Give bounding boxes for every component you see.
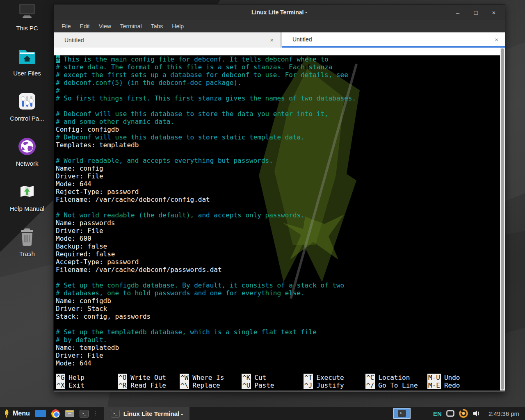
update-manager-icon[interactable] — [459, 409, 468, 418]
desktop-icon-label: This PC — [16, 25, 38, 32]
window-titlebar[interactable]: Linux Lite Terminal - – □ × — [54, 5, 505, 20]
shortcut-item: ^XExit — [56, 381, 118, 389]
menu-help[interactable]: Help — [168, 21, 187, 31]
clock[interactable]: 2:49:36 pm — [485, 410, 523, 417]
tab-close-icon[interactable]: × — [495, 36, 498, 43]
shortcut-item: M-ERedo — [427, 381, 489, 389]
desktop-icon-label: Help Manual — [10, 205, 44, 212]
shortcut-column: ^KCut^UPaste — [242, 374, 304, 389]
terminal-line: Mode: 644 — [56, 180, 500, 188]
desktop-icon-this-pc[interactable]: This PC — [2, 0, 52, 45]
desktop-icon-network[interactable]: Network — [2, 135, 52, 180]
minimize-button[interactable]: – — [452, 7, 463, 18]
shortcut-column: ^WWhere Is^\Replace — [180, 374, 242, 389]
tab-untitled-2[interactable]: Untitled × — [282, 32, 505, 48]
sliders-icon — [16, 90, 38, 112]
shortcut-item: ^TExecute — [304, 374, 365, 381]
close-button[interactable]: × — [488, 7, 499, 18]
terminal-line: Accept-Type: password — [56, 258, 500, 266]
file-manager-icon[interactable] — [65, 410, 74, 417]
window-title: Linux Lite Terminal - — [54, 9, 505, 16]
shortcut-column: M-UUndoM-ERedo — [427, 374, 489, 389]
globe-icon — [16, 135, 38, 158]
shortcut-item: ^\Replace — [180, 381, 242, 389]
terminal-line: # store data. The format of this file is… — [56, 63, 500, 71]
desktop-icon-label: User Files — [13, 70, 41, 77]
shortcut-item: ^WWhere Is — [180, 374, 242, 381]
menu-terminal[interactable]: Terminal — [116, 21, 146, 31]
chrome-icon[interactable] — [51, 409, 60, 418]
terminal-line: Name: templatedb — [56, 344, 500, 352]
maximize-button[interactable]: □ — [470, 7, 481, 18]
terminal-line — [56, 320, 500, 328]
taskbar: Menu >_ >_ Linux Lite Terminal - >_ EN — [0, 407, 525, 420]
shortcut-item: ^KCut — [242, 374, 304, 381]
panel-grip-handle[interactable] — [94, 411, 96, 415]
terminal-line: # debconf.conf(5) (in the debconf-doc pa… — [56, 79, 500, 87]
desktop-icon-help-manual[interactable]: Help Manual — [2, 180, 52, 226]
text-cursor: # — [56, 55, 60, 63]
shortcut-key: ^\ — [180, 381, 189, 389]
tray-terminal-icon[interactable]: >_ — [393, 408, 411, 419]
tab-label: Untitled — [282, 36, 312, 43]
menu-edit[interactable]: Edit — [76, 21, 94, 31]
terminal-line: # Set up the configdb database. By defau… — [56, 281, 500, 289]
terminal-line: # and some other dynamic data. — [56, 118, 500, 126]
shortcut-item: ^UPaste — [242, 381, 304, 389]
tab-untitled-1[interactable]: Untitled × — [54, 32, 282, 48]
shortcut-item: ^GHelp — [56, 374, 118, 381]
shortcut-column: ^OWrite Out^RRead File — [118, 374, 180, 389]
desktop-icon-label: Network — [16, 160, 38, 167]
terminal-icon: >_ — [398, 410, 406, 417]
menu-tabs[interactable]: Tabs — [147, 21, 167, 31]
terminal-line — [56, 102, 500, 110]
display-tray-icon[interactable] — [446, 410, 454, 417]
shortcut-column: ^CLocation^/Go To Line — [365, 374, 427, 389]
shortcut-item: ^CLocation — [365, 374, 427, 381]
tab-close-icon[interactable]: × — [270, 37, 274, 43]
terminal-line: Backup: false — [56, 242, 500, 250]
tab-bar: Untitled × Untitled × — [54, 32, 505, 48]
terminal-line: # This is the main config file for debco… — [56, 55, 500, 63]
terminal-line: # Debconf will use this database to stor… — [56, 133, 500, 141]
terminal-line: Required: false — [56, 250, 500, 258]
menu-file[interactable]: File — [58, 21, 75, 31]
terminal-icon: >_ — [111, 410, 120, 418]
linux-lite-logo-icon — [3, 409, 10, 418]
terminal-launcher-icon[interactable]: >_ — [80, 410, 89, 418]
desktop-icon-control-panel[interactable]: Control Pa... — [2, 90, 52, 135]
start-menu-button[interactable]: Menu — [3, 409, 30, 418]
keyboard-layout-indicator[interactable]: EN — [433, 410, 442, 417]
shortcut-key: ^G — [56, 374, 65, 381]
shortcut-item: M-UUndo — [427, 374, 489, 381]
terminal-line: Name: passwords — [56, 219, 500, 227]
terminal-line: Driver: Stack — [56, 305, 500, 313]
shortcut-column: ^GHelp^XExit — [56, 374, 118, 389]
menu-view[interactable]: View — [95, 21, 115, 31]
desktop-icon-label: Trash — [19, 250, 35, 257]
shortcut-key: ^K — [242, 374, 251, 381]
task-button-label: Linux Lite Terminal - — [123, 410, 183, 417]
terminal-line: Filename: /var/cache/debconf/config.dat — [56, 196, 500, 203]
workspace-pager-icon[interactable] — [35, 410, 46, 417]
terminal-line: # — [56, 87, 500, 94]
terminal-line: # by default. — [56, 336, 500, 344]
scrollbar-thumb[interactable] — [501, 48, 504, 390]
volume-icon[interactable] — [472, 410, 481, 417]
desktop-icon-user-files[interactable]: User Files — [2, 45, 52, 90]
terminal-scrollbar[interactable] — [500, 48, 505, 390]
terminal-screen[interactable]: GNU nano 7.2 /etc/debconf.conf # This is… — [54, 48, 505, 390]
shortcut-column: ^TExecute^JJustify — [304, 374, 365, 389]
desktop-icon-label: Control Pa... — [10, 115, 44, 122]
terminal-line: Driver: File — [56, 172, 500, 180]
monitor-icon — [16, 0, 38, 22]
terminal-line: Driver: File — [56, 227, 500, 235]
menu-label: Menu — [13, 410, 30, 417]
task-button-terminal[interactable]: >_ Linux Lite Terminal - — [104, 407, 190, 420]
terminal-lines: # This is the main config file for debco… — [56, 55, 500, 367]
terminal-line: Filename: /var/cache/debconf/passwords.d… — [56, 266, 500, 274]
menu-bar: File Edit View Terminal Tabs Help — [54, 20, 505, 32]
terminal-line: # Not world readable (the default), and … — [56, 211, 500, 219]
map-manual-icon — [16, 180, 38, 203]
desktop-icon-trash[interactable]: Trash — [2, 226, 52, 271]
